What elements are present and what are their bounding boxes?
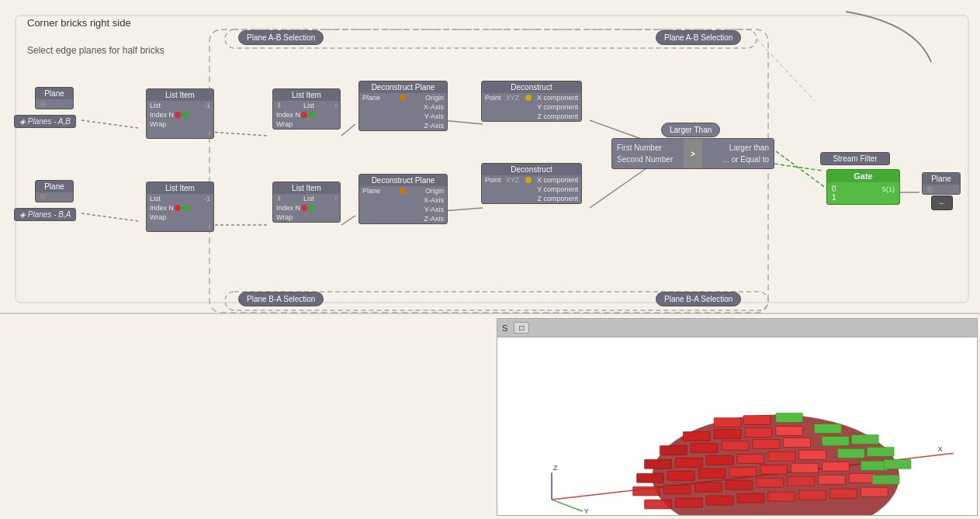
svg-rect-67 xyxy=(683,431,710,441)
svg-rect-72 xyxy=(714,418,741,427)
viewport-canvas: Z Y X xyxy=(497,337,977,515)
svg-line-7 xyxy=(442,120,483,124)
deconstruct-2[interactable]: Deconstruct Point XYZ X component Y comp… xyxy=(481,163,582,204)
svg-line-17 xyxy=(768,163,822,171)
svg-rect-64 xyxy=(784,438,811,447)
plane-node-2[interactable]: Plane xyxy=(35,180,74,202)
list-item-1[interactable]: List Item List -1 Index N Wrap i xyxy=(146,88,214,139)
svg-rect-65 xyxy=(822,436,850,445)
list-item-3[interactable]: List Item ⬇ List i Index N Wrap xyxy=(272,88,341,130)
svg-rect-56 xyxy=(768,452,795,461)
svg-rect-43 xyxy=(637,473,664,483)
svg-rect-50 xyxy=(861,461,888,470)
gate-node[interactable]: Gate 0 S(1) 1 xyxy=(826,169,900,205)
svg-text:X: X xyxy=(938,445,943,453)
plane-ab-selection-right[interactable]: Plane A-B Selection xyxy=(656,30,741,45)
svg-line-15 xyxy=(757,39,815,101)
svg-line-13 xyxy=(442,208,483,211)
svg-rect-74 xyxy=(776,413,803,423)
svg-rect-54 xyxy=(706,455,733,465)
svg-line-5 xyxy=(210,132,268,136)
svg-text:Z: Z xyxy=(553,464,558,472)
svg-rect-62 xyxy=(722,441,749,450)
plane-ab-selection-left[interactable]: Plane A-B Selection xyxy=(238,30,324,45)
svg-rect-42 xyxy=(872,475,899,484)
svg-rect-26 xyxy=(645,500,672,509)
svg-rect-33 xyxy=(861,487,888,497)
svg-rect-52 xyxy=(645,459,672,469)
svg-rect-27 xyxy=(675,498,702,507)
svg-rect-44 xyxy=(667,471,694,480)
deconstruct-plane-2[interactable]: Deconstruct Plane Plane Origin X-Axis Y-… xyxy=(358,174,448,224)
larger-than-label: Larger Than xyxy=(661,123,720,137)
list-item-2[interactable]: List Item List -1 Index N Wrap i xyxy=(146,182,214,232)
svg-line-6 xyxy=(341,124,355,136)
deconstruct-1[interactable]: Deconstruct Point XYZ X component Y comp… xyxy=(481,81,582,122)
svg-rect-55 xyxy=(737,454,764,463)
planes-ba-param: ◈ Planes - B,A xyxy=(14,208,76,221)
plane-node-1[interactable]: Plane xyxy=(35,87,74,109)
svg-rect-66 xyxy=(851,434,878,444)
svg-line-14 xyxy=(590,163,654,208)
plane-ba-selection-right[interactable]: Plane B-A Selection xyxy=(656,292,741,306)
svg-rect-36 xyxy=(694,483,722,492)
plane-ba-selection-left[interactable]: Plane B-A Selection xyxy=(238,292,324,306)
svg-rect-58 xyxy=(837,448,864,458)
svg-rect-73 xyxy=(743,416,770,425)
canvas-area: Corner bricks right side Select edge pla… xyxy=(0,0,980,314)
svg-rect-70 xyxy=(776,427,803,436)
svg-rect-46 xyxy=(729,467,757,476)
svg-rect-59 xyxy=(867,447,894,456)
list-item-4[interactable]: List Item ⬇ List i Index N Wrap xyxy=(272,182,341,223)
viewport-toolbar: S □ xyxy=(497,319,977,337)
svg-rect-28 xyxy=(706,496,733,505)
planes-ab-param: ◈ Planes - A,B xyxy=(14,115,76,128)
larger-than-node[interactable]: First Number Second Number > Larger than… xyxy=(611,138,774,169)
svg-text:Y: Y xyxy=(584,507,589,515)
svg-rect-49 xyxy=(822,462,850,471)
group-title: Corner bricks right side xyxy=(27,17,131,29)
svg-rect-63 xyxy=(753,439,780,448)
svg-rect-35 xyxy=(663,485,691,494)
svg-rect-39 xyxy=(788,476,815,486)
plane-output-2[interactable]: ← xyxy=(931,195,953,210)
stream-filter-node[interactable]: Stream Filter xyxy=(820,152,890,165)
svg-rect-51 xyxy=(884,459,911,469)
svg-rect-31 xyxy=(799,490,826,500)
svg-rect-29 xyxy=(737,493,764,503)
svg-line-12 xyxy=(341,216,355,225)
svg-rect-60 xyxy=(660,445,687,455)
svg-line-4 xyxy=(81,120,138,128)
deconstruct-plane-1[interactable]: Deconstruct Plane Plane Origin X-Axis Y-… xyxy=(358,81,448,131)
svg-rect-68 xyxy=(714,429,741,438)
svg-rect-37 xyxy=(725,480,753,490)
viewport-area: S □ Z Y X xyxy=(497,318,978,516)
svg-rect-53 xyxy=(675,458,702,467)
subtitle: Select edge planes for half bricks xyxy=(27,45,164,56)
svg-rect-48 xyxy=(791,463,819,472)
svg-rect-71 xyxy=(815,424,842,434)
svg-line-10 xyxy=(81,213,138,221)
brick-visualization: Z Y X xyxy=(497,337,977,515)
svg-rect-34 xyxy=(633,486,660,496)
svg-rect-57 xyxy=(799,450,826,459)
svg-rect-32 xyxy=(829,489,857,498)
svg-rect-61 xyxy=(691,443,718,452)
viewport-toggle-btn[interactable]: □ xyxy=(514,322,529,334)
viewport-label: S xyxy=(502,324,507,333)
svg-rect-47 xyxy=(760,465,788,474)
svg-rect-69 xyxy=(745,427,772,437)
svg-rect-30 xyxy=(768,492,795,501)
svg-rect-40 xyxy=(819,475,846,484)
svg-rect-38 xyxy=(757,478,784,487)
plane-output-1[interactable]: Plane xyxy=(922,172,961,195)
svg-rect-45 xyxy=(698,469,725,478)
